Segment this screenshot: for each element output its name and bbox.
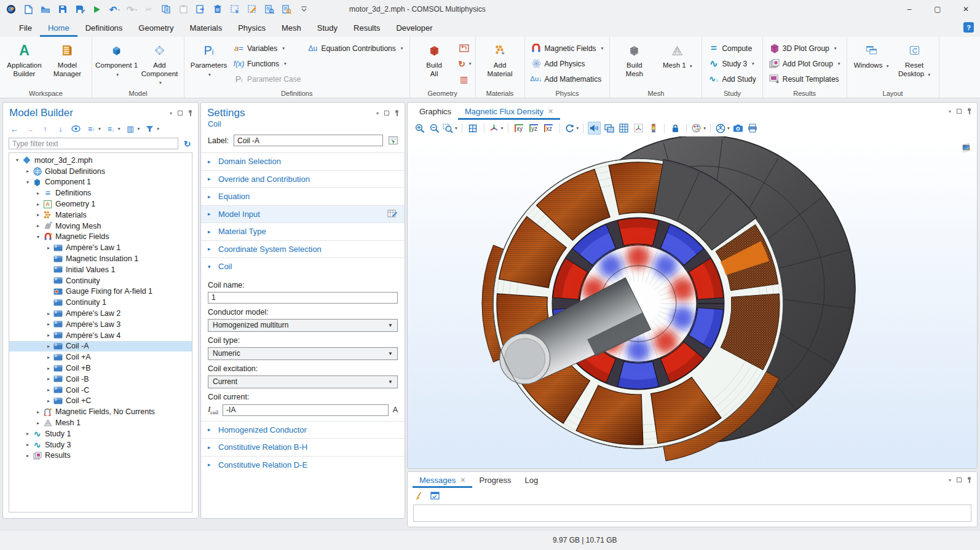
tree-item-component-1[interactable]: ▾Component 1	[9, 177, 192, 188]
tree-item-geometry-1[interactable]: ▸AGeometry 1	[9, 198, 192, 210]
tree-chevron-icon[interactable]: ▸	[23, 168, 32, 174]
scene-light-button[interactable]	[588, 122, 601, 135]
color-legend-button[interactable]	[647, 122, 660, 135]
tree-item-moving-mesh[interactable]: ▸Moving Mesh	[9, 221, 192, 232]
tree-chevron-icon[interactable]: ▸	[23, 442, 32, 447]
panel-menu-icon[interactable]: ▾	[949, 477, 951, 483]
coil-type-select[interactable]: Numeric▼	[208, 347, 398, 360]
menu-tab-geometry[interactable]: Geometry	[130, 18, 181, 37]
tree-item-coil-c[interactable]: ▸DCoil +C	[9, 396, 192, 407]
panel-menu-icon[interactable]: ▾	[949, 109, 951, 114]
tree-item-amp-re-s-law-1[interactable]: ▸DAmpère's Law 1	[9, 242, 192, 253]
float-panel-icon[interactable]	[957, 477, 962, 482]
ribbon-item-study-3[interactable]: ∿Study 3▾	[705, 57, 759, 71]
move-up-button[interactable]: ↑	[40, 124, 50, 134]
tree-columns-button[interactable]: ▥▾	[125, 124, 140, 134]
tree-item-magnetic-fields[interactable]: ▾Magnetic Fields	[9, 232, 192, 243]
tree-item-definitions[interactable]: ▸≡Definitions	[9, 187, 192, 198]
ribbon-button-windows[interactable]: Windows ▾	[850, 39, 893, 88]
maximize-button[interactable]: ▢	[923, 0, 952, 18]
section-homogenized-conductor[interactable]: ▸Homogenized Conductor	[201, 421, 405, 439]
ribbon-button-model-manager[interactable]: ModelManager	[46, 39, 89, 88]
pin-panel-icon[interactable]	[967, 477, 971, 484]
redo-button[interactable]: ↷⌄	[124, 2, 139, 17]
filter-button[interactable]: ▾	[144, 124, 159, 134]
ribbon-button-reset-desktop[interactable]: ResetDesktop ▾	[893, 39, 936, 88]
section-model-input[interactable]: ▸Model Input	[201, 205, 405, 223]
tree-item-magnetic-fields-no-currents[interactable]: ▸Magnetic Fields, No Currents	[9, 406, 192, 417]
ribbon-button-add-component[interactable]: AddComponent ▾	[138, 39, 181, 88]
ribbon-button-application-builder[interactable]: AApplicationBuilder	[3, 39, 45, 88]
section-constitutive-relation-d-e[interactable]: ▸Constitutive Relation D-E	[201, 456, 405, 474]
compute-run-button[interactable]	[90, 2, 105, 17]
tree-item-coil-b[interactable]: ▸DCoil +B	[9, 363, 192, 374]
menu-tab-physics[interactable]: Physics	[230, 18, 274, 37]
messages-tab-messages[interactable]: Messages✕	[413, 472, 472, 488]
pin-panel-icon[interactable]	[188, 110, 192, 117]
menu-tab-materials[interactable]: Materials	[181, 18, 230, 37]
panel-menu-icon[interactable]: ▾	[376, 111, 379, 116]
help-icon[interactable]: ?	[963, 22, 974, 33]
graphics-tab-graphics[interactable]: Graphics	[413, 103, 458, 120]
tree-chevron-icon[interactable]: ▸	[23, 431, 32, 436]
panel-menu-icon[interactable]: ▾	[170, 111, 172, 116]
plot-image-icon[interactable]	[961, 142, 971, 155]
section-domain-selection[interactable]: ▸Domain Selection	[201, 152, 405, 170]
dropdown-icon[interactable]: ⌄	[135, 7, 138, 12]
ribbon-button-build-all[interactable]: BuildAll	[413, 39, 456, 88]
show-button[interactable]	[71, 124, 81, 134]
menu-tab-home[interactable]: Home	[40, 18, 77, 37]
tree-chevron-icon[interactable]: ▾	[13, 157, 22, 163]
menu-tab-results[interactable]: Results	[346, 18, 388, 37]
save-button[interactable]	[55, 2, 70, 17]
tree-chevron-icon[interactable]: ▾	[23, 179, 32, 185]
close-tab-icon[interactable]: ✕	[460, 476, 465, 484]
tree-chevron-icon[interactable]: ▸	[34, 212, 42, 218]
tree-item-mesh-1[interactable]: ▸Mesh 1	[9, 417, 192, 428]
tree-chevron-icon[interactable]: ▸	[44, 366, 53, 371]
lock-button[interactable]	[669, 122, 682, 135]
snapshot-button[interactable]	[732, 122, 745, 135]
tree-chevron-icon[interactable]: ▸	[44, 311, 53, 316]
graphics-tab-magnetic-flux-density[interactable]: Magnetic Flux Density✕	[458, 103, 560, 120]
ribbon-item-variables[interactable]: a=Variables▾	[231, 41, 304, 55]
ribbon-button-add-material[interactable]: AddMaterial	[479, 39, 521, 88]
paste-button[interactable]	[176, 2, 191, 17]
conductor-model-select[interactable]: Homogenized multiturn▼	[208, 319, 398, 332]
environment-button[interactable]: ▾	[715, 122, 730, 135]
duplicate-button[interactable]	[193, 2, 208, 17]
messages-tab-log[interactable]: Log	[518, 472, 545, 488]
pin-panel-icon[interactable]	[395, 110, 399, 117]
clear-messages-button[interactable]	[414, 490, 424, 503]
color-theme-button[interactable]: ▾	[691, 122, 706, 135]
ribbon-item-add-study[interactable]: ∿↓Add Study	[705, 72, 759, 86]
ribbon-button-build-mesh[interactable]: BuildMesh	[613, 39, 655, 88]
select-box-button[interactable]	[227, 2, 242, 17]
tree-chevron-icon[interactable]: ▸	[34, 420, 42, 426]
tree-item-coil-b[interactable]: ▸DCoil -B	[9, 374, 192, 385]
float-panel-icon[interactable]	[384, 111, 389, 116]
tree-item-study-3[interactable]: ▸∿Study 3	[9, 439, 192, 450]
pin-panel-icon[interactable]	[967, 108, 971, 115]
section-equation[interactable]: ▸Equation	[201, 187, 405, 205]
ribbon-button-mesh-1[interactable]: Mesh 1 ▾	[656, 39, 698, 88]
tree-item-results[interactable]: ▸Results	[9, 450, 192, 462]
minimize-button[interactable]: –	[895, 0, 923, 18]
tree-item-gauge-fixing-for-a-field-1[interactable]: Gauge Fixing for A-field 1	[9, 286, 192, 297]
coil-current-input[interactable]	[223, 404, 389, 416]
customize-toolbar-button[interactable]	[296, 2, 311, 17]
ribbon-item-functions[interactable]: f(x)Functions▾	[231, 57, 304, 71]
tree-chevron-icon[interactable]: ▸	[44, 376, 53, 382]
ribbon-icon-virtual-operations[interactable]: ▥	[456, 72, 472, 86]
tree-item-coil-c[interactable]: ▸DCoil -C	[9, 385, 192, 396]
ribbon-item-add-physics[interactable]: Add Physics	[528, 57, 607, 71]
ribbon-button-component-1[interactable]: Component 1 ▾	[95, 39, 138, 88]
print-button[interactable]	[746, 122, 759, 135]
tree-item-continuity[interactable]: DContinuity	[9, 275, 192, 286]
menu-tab-developer[interactable]: Developer	[388, 18, 440, 37]
copy-button[interactable]	[159, 2, 173, 17]
back-button[interactable]: ←	[9, 124, 20, 134]
tree-item-amp-re-s-law-2[interactable]: ▸DAmpère's Law 2	[9, 308, 192, 319]
tree-chevron-icon[interactable]: ▸	[44, 332, 53, 338]
collapse-all-button[interactable]: ≡↓▾	[106, 124, 121, 134]
